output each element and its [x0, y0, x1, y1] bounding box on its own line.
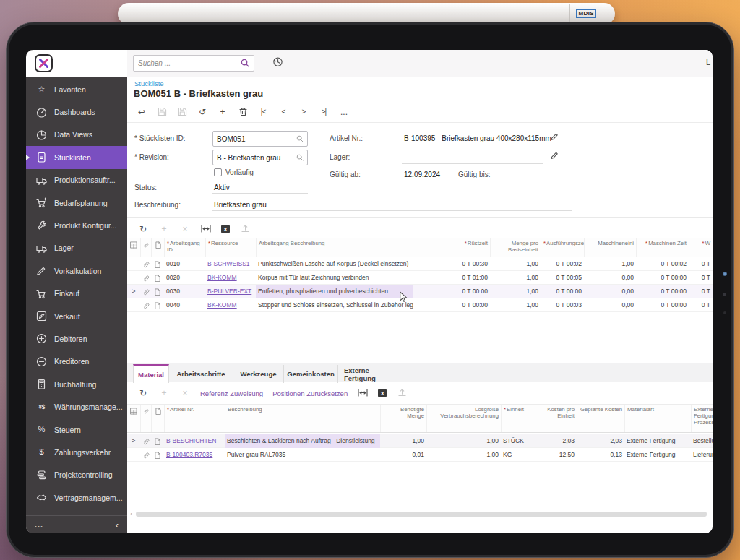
tab-werkzeuge[interactable]: Werkzeuge: [233, 365, 284, 383]
sidebar-collapse-button[interactable]: ‹: [116, 520, 119, 530]
attachment-icon[interactable]: [140, 271, 151, 285]
upload-icon[interactable]: [239, 224, 251, 234]
sidebar-item-vorkalkulation[interactable]: Vorkalkulation: [26, 259, 127, 282]
col-losgroesse[interactable]: Losgröße Verbrauchsberechnung: [426, 405, 501, 432]
tab-externe-fertigung[interactable]: Externe Fertigung: [338, 365, 405, 383]
save-close-button[interactable]: [156, 107, 168, 118]
sidebar-more-button[interactable]: ...: [35, 522, 43, 527]
sidebar-item-zahlungsverkehr[interactable]: $ Zahlungsverkehr: [26, 441, 127, 463]
save-button[interactable]: [176, 107, 188, 118]
col-arbeitsgang-beschreibung[interactable]: Arbeitsgang Beschreibung: [256, 238, 413, 257]
fit-width-icon[interactable]: [200, 225, 212, 234]
table-settings-icon[interactable]: [127, 238, 140, 257]
lookup-icon[interactable]: [296, 135, 304, 142]
ressource-link[interactable]: BK-KOMM: [207, 274, 237, 281]
sidebar-item-produkt-konfigurator[interactable]: Produkt Konfigur...: [26, 214, 127, 236]
col-maschinen-zeit[interactable]: *Maschinen Zeit: [636, 238, 689, 257]
delete-row-icon[interactable]: ×: [179, 389, 191, 397]
breadcrumb[interactable]: Stückliste: [134, 79, 164, 87]
sidebar-item-favoriten[interactable]: ☆ Favoriten: [26, 78, 127, 100]
table-settings-icon[interactable]: [127, 405, 140, 432]
sidebar-item-verkauf[interactable]: Verkauf: [26, 305, 127, 327]
sidebar-item-vertragsmanagement[interactable]: Vertragsmanagem...: [26, 486, 127, 509]
back-button[interactable]: ↩: [136, 108, 147, 116]
col-w-clipped[interactable]: *W: [689, 238, 713, 257]
referenz-zuweisung-action[interactable]: Referenz Zuweisung: [200, 389, 263, 397]
refresh-icon[interactable]: ↻: [137, 389, 149, 397]
tab-gemeinkosten[interactable]: Gemeinkosten: [284, 365, 338, 383]
note-icon[interactable]: [151, 271, 164, 285]
note-icon[interactable]: [151, 257, 164, 271]
stuecklisten-id-field[interactable]: BOM051: [212, 131, 308, 147]
more-actions-button[interactable]: ...: [338, 108, 350, 116]
edit-pencil-icon[interactable]: [550, 131, 559, 144]
add-row-icon[interactable]: +: [158, 225, 170, 233]
note-icon[interactable]: [151, 298, 164, 312]
sidebar-item-produktionsauftraege[interactable]: Produktionsauftr...: [26, 169, 127, 191]
artikel-link[interactable]: B-BESCHICHTEN: [166, 437, 216, 444]
col-ruestzeit[interactable]: *Rüstzeit: [413, 238, 490, 257]
note-icon[interactable]: [151, 434, 164, 448]
sidebar-item-waehrungsmanagement[interactable]: ¥$ Währungsmanage...: [26, 395, 127, 418]
table-row[interactable]: 0010 B-SCHWEISS1 Punktschweißen Lasche a…: [127, 257, 713, 271]
table-row[interactable]: 0020 BK-KOMM Korpus mit Tür laut Zeichnu…: [127, 271, 713, 285]
col-externe-fertigung-prozesstyp[interactable]: Externe Fertigung Prozesstyp: [691, 405, 713, 432]
search-box[interactable]: [133, 55, 254, 72]
sidebar-item-projektcontrolling[interactable]: Projektcontrolling: [26, 464, 127, 486]
sidebar-item-stuecklisten[interactable]: Stücklisten: [26, 146, 127, 168]
undo-button[interactable]: ↺: [197, 108, 208, 116]
history-icon[interactable]: [272, 56, 284, 71]
attachment-icon[interactable]: [140, 257, 151, 271]
col-geplante-kosten[interactable]: Geplante Kosten: [577, 405, 624, 432]
sidebar-item-kreditoren[interactable]: Kreditoren: [26, 350, 127, 373]
col-ressource[interactable]: *Ressource: [205, 238, 256, 257]
table-row-selected[interactable]: > B-BESCHICHTEN Beschichten & Lackieren …: [127, 434, 713, 448]
artikel-link[interactable]: B-100403.R7035: [166, 451, 212, 458]
col-menge-pro-basiseinheit[interactable]: Menge pro Basiseinheit: [490, 238, 541, 257]
upload-icon[interactable]: [396, 388, 408, 398]
search-input[interactable]: [134, 59, 241, 67]
export-excel-icon[interactable]: X: [378, 389, 387, 397]
attachment-icon[interactable]: [140, 434, 151, 448]
table-row[interactable]: 0040 BK-KOMM Stopper und Schloss einsetz…: [127, 298, 713, 312]
gueltig-ab-value[interactable]: 12.09.2024: [404, 171, 440, 178]
delete-button[interactable]: [237, 107, 249, 118]
col-einheit[interactable]: *Einheit: [501, 405, 541, 432]
ressource-link[interactable]: BK-KOMM: [207, 301, 237, 309]
table-row-selected[interactable]: > 0030 B-PULVER-EXT Entfetten, phosphati…: [127, 285, 713, 298]
note-icon[interactable]: [151, 285, 164, 298]
horizontal-scrollbar[interactable]: ‹: [136, 512, 707, 517]
sidebar-item-einkauf[interactable]: Einkauf: [26, 283, 127, 305]
prev-record-button[interactable]: <: [278, 108, 289, 116]
attachment-icon[interactable]: [140, 298, 151, 312]
beschreibung-value[interactable]: Briefkasten grau: [214, 201, 267, 209]
sidebar-item-data-views[interactable]: Data Views: [26, 124, 127, 146]
add-record-button[interactable]: +: [217, 108, 228, 116]
note-icon[interactable]: [151, 448, 164, 462]
first-record-button[interactable]: |<: [257, 108, 269, 116]
edit-pencil-icon[interactable]: [550, 150, 559, 163]
col-materialart[interactable]: Materialart: [624, 405, 691, 432]
tab-arbeitsschritte[interactable]: Arbeitsschritte: [169, 365, 233, 383]
col-beschreibung[interactable]: Beschreibung: [225, 405, 380, 432]
refresh-icon[interactable]: ↻: [137, 225, 149, 233]
table-row[interactable]: B-100403.R7035 Pulver grau RAL7035 0,01 …: [127, 448, 713, 462]
ressource-link[interactable]: B-SCHWEISS1: [207, 260, 250, 267]
col-artikel-nr[interactable]: *Artikel Nr.: [164, 405, 225, 432]
next-record-button[interactable]: >: [298, 108, 309, 116]
app-logo[interactable]: [35, 54, 53, 72]
lookup-icon[interactable]: [296, 154, 304, 161]
sidebar-item-debitoren[interactable]: Debitoren: [26, 327, 127, 350]
vorlaeufig-checkbox[interactable]: [214, 168, 222, 176]
add-row-icon[interactable]: +: [158, 389, 170, 397]
revision-field[interactable]: B - Briefkasten grau: [212, 150, 308, 165]
positionen-zuruecksetzen-action[interactable]: Positionen Zurücksetzen: [272, 389, 348, 397]
col-arbeitsgang-id[interactable]: *Arbeitsgang ID: [164, 238, 205, 257]
tab-material[interactable]: Material: [133, 364, 169, 383]
col-maschineneinheit[interactable]: Maschineneini: [584, 238, 636, 257]
sidebar-item-lager[interactable]: Lager: [26, 237, 127, 259]
sidebar-item-bedarfsplanung[interactable]: Bedarfsplanung: [26, 191, 127, 214]
col-benoetigte-menge[interactable]: Benötigte Menge: [380, 405, 426, 432]
delete-row-icon[interactable]: ×: [179, 225, 191, 233]
sidebar-item-dashboards[interactable]: Dashboards: [26, 100, 127, 123]
